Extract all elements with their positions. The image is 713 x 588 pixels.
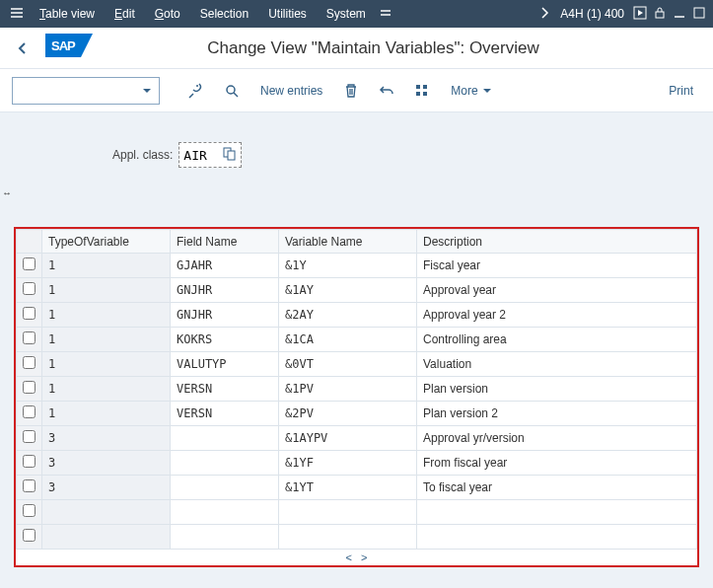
cell-desc[interactable]: Controlling area	[417, 328, 697, 352]
row-selector[interactable]	[17, 377, 42, 402]
cell-varname[interactable]: &1CA	[279, 328, 417, 352]
row-selector[interactable]	[17, 451, 42, 476]
row-selector[interactable]	[17, 500, 42, 525]
cell-varname[interactable]: &1YT	[279, 476, 417, 500]
cell-type[interactable]: 3	[42, 451, 171, 476]
cell-type[interactable]: 1	[42, 303, 171, 328]
cell-varname[interactable]: &1AYPV	[279, 426, 417, 451]
value-help-icon[interactable]	[223, 147, 237, 164]
new-entries-button[interactable]: New entries	[252, 84, 330, 98]
cell-varname[interactable]: &1AY	[279, 278, 417, 303]
cell-varname[interactable]: &2PV	[279, 402, 417, 426]
col-desc[interactable]: Description	[417, 230, 697, 254]
cell-desc[interactable]: Fiscal year	[417, 254, 697, 278]
hamburger-icon[interactable]	[4, 5, 30, 24]
cell-desc[interactable]: From fiscal year	[417, 451, 697, 476]
maximize-icon[interactable]	[689, 5, 709, 24]
cell-desc[interactable]: To fiscal year	[417, 476, 697, 500]
select-all-col[interactable]	[17, 230, 42, 254]
cell-desc[interactable]: Plan version 2	[417, 402, 697, 426]
cell-varname[interactable]	[279, 500, 417, 525]
row-selector[interactable]	[17, 525, 42, 550]
cell-desc[interactable]: Valuation	[417, 352, 697, 377]
undo-icon[interactable]	[372, 77, 401, 105]
cell-desc[interactable]: Approval yr/version	[417, 426, 697, 451]
row-selector[interactable]	[17, 402, 42, 426]
cell-desc[interactable]: Approval year	[417, 278, 697, 303]
row-selector[interactable]	[17, 426, 42, 451]
more-button[interactable]: More	[443, 84, 499, 98]
cell-field[interactable]: GNJHR	[171, 303, 279, 328]
minimize-icon[interactable]	[670, 5, 689, 24]
cell-type[interactable]: 1	[42, 377, 171, 402]
cell-desc[interactable]: Plan version	[417, 377, 697, 402]
col-varname[interactable]: Variable Name	[279, 230, 417, 254]
back-button[interactable]	[8, 34, 37, 63]
row-selector[interactable]	[17, 476, 42, 500]
play-icon[interactable]	[630, 5, 650, 24]
cell-field[interactable]	[171, 476, 279, 500]
cell-desc[interactable]	[417, 525, 697, 550]
cell-varname[interactable]: &1Y	[279, 254, 417, 278]
row-checkbox[interactable]	[23, 356, 36, 369]
cell-field[interactable]	[171, 525, 279, 550]
row-selector[interactable]	[17, 303, 42, 328]
row-selector[interactable]	[17, 278, 42, 303]
cell-type[interactable]	[42, 500, 171, 525]
command-dropdown[interactable]	[12, 77, 160, 105]
row-checkbox[interactable]	[23, 405, 36, 418]
col-field[interactable]: Field Name	[171, 230, 279, 254]
cell-type[interactable]: 1	[42, 278, 171, 303]
row-checkbox[interactable]	[23, 331, 36, 344]
delete-icon[interactable]	[336, 77, 366, 105]
table-row[interactable]: 3&1AYPVApproval yr/version	[17, 426, 697, 451]
cell-type[interactable]: 3	[42, 426, 171, 451]
menu-overflow-icon[interactable]	[376, 5, 395, 24]
menu-system[interactable]: System	[317, 7, 376, 21]
table-row[interactable]	[17, 500, 697, 525]
horizontal-scroll[interactable]: < >	[16, 550, 697, 565]
table-row[interactable]: 3&1YTTo fiscal year	[17, 476, 697, 500]
cell-type[interactable]: 1	[42, 254, 171, 278]
cell-desc[interactable]	[417, 500, 697, 525]
chevron-right-icon[interactable]	[535, 5, 554, 24]
row-checkbox[interactable]	[23, 430, 36, 443]
row-selector[interactable]	[17, 254, 42, 278]
cell-type[interactable]: 1	[42, 352, 171, 377]
cell-field[interactable]: GNJHR	[171, 278, 279, 303]
row-selector[interactable]	[17, 352, 42, 377]
cell-field[interactable]: VERSN	[171, 377, 279, 402]
cell-field[interactable]	[171, 451, 279, 476]
row-checkbox[interactable]	[23, 307, 36, 320]
cell-field[interactable]	[171, 500, 279, 525]
menu-utilities[interactable]: Utilities	[258, 7, 317, 21]
cell-varname[interactable]: &0VT	[279, 352, 417, 377]
table-row[interactable]: 1GNJHR&2AYApproval year 2	[17, 303, 697, 328]
cell-varname[interactable]	[279, 525, 417, 550]
appl-class-input-wrap[interactable]	[178, 142, 242, 168]
row-checkbox[interactable]	[23, 455, 36, 468]
cell-type[interactable]: 3	[42, 476, 171, 500]
cell-type[interactable]	[42, 525, 171, 550]
table-row[interactable]: 1VERSN&2PVPlan version 2	[17, 402, 697, 426]
cell-field[interactable]	[171, 426, 279, 451]
select-columns-icon[interactable]	[407, 77, 437, 105]
cell-desc[interactable]: Approval year 2	[417, 303, 697, 328]
find-icon[interactable]	[217, 77, 247, 105]
cell-varname[interactable]: &1PV	[279, 377, 417, 402]
print-button[interactable]: Print	[661, 84, 701, 98]
appl-class-input[interactable]	[183, 148, 223, 163]
cell-field[interactable]: GJAHR	[171, 254, 279, 278]
row-checkbox[interactable]	[23, 381, 36, 394]
lock-icon[interactable]	[650, 5, 670, 24]
row-selector[interactable]	[17, 328, 42, 352]
table-row[interactable]: 1VALUTYP&0VTValuation	[17, 352, 697, 377]
table-row[interactable]: 3&1YFFrom fiscal year	[17, 451, 697, 476]
table-row[interactable]: 1VERSN&1PVPlan version	[17, 377, 697, 402]
cell-varname[interactable]: &2AY	[279, 303, 417, 328]
row-checkbox[interactable]	[23, 282, 36, 295]
cell-field[interactable]: VERSN	[171, 402, 279, 426]
menu-goto[interactable]: Goto	[145, 7, 190, 21]
expand-handle-icon[interactable]: ↔	[2, 187, 12, 198]
menu-table-view[interactable]: Table view	[30, 7, 105, 21]
